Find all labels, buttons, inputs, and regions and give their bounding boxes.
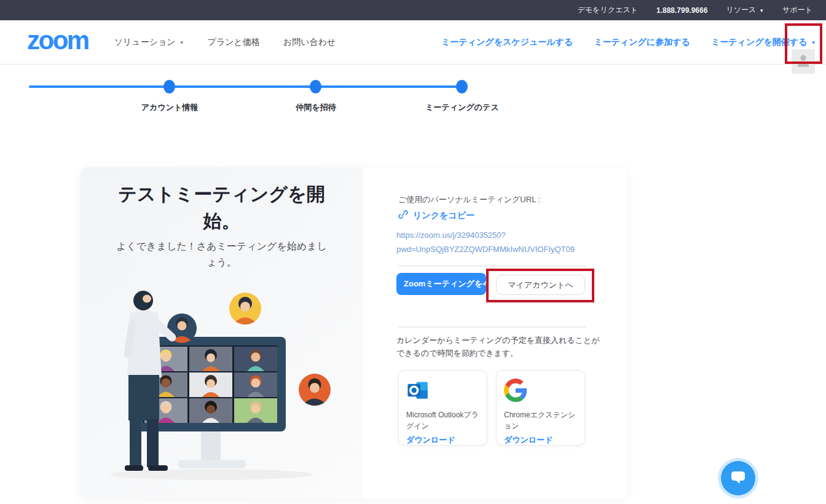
stepper-dot-account-info bbox=[163, 80, 175, 93]
phone-number: 1.888.799.9666 bbox=[656, 6, 707, 15]
request-demo-link[interactable]: デモをリクエスト bbox=[578, 5, 638, 15]
stepper-label-test-meeting: ミーティングのテス bbox=[425, 102, 498, 113]
outlook-plugin-card[interactable]: Microsoft Outlookプラグイン ダウンロード bbox=[398, 370, 487, 446]
nav-item-solutions[interactable]: ソリューション▼ bbox=[114, 37, 184, 48]
personal-meeting-url-label: ご使用のパーソナルミーティングURL : bbox=[398, 194, 540, 205]
avatar-bubble-orange bbox=[299, 374, 331, 406]
avatar-bubble-yellow bbox=[229, 293, 261, 325]
phone-link[interactable]: 1.888.799.9666 bbox=[656, 6, 707, 15]
schedule-meeting-label: ミーティングをスケジュールする bbox=[441, 37, 573, 48]
resources-label: リソース bbox=[726, 5, 756, 15]
meeting-info-panel: ご使用のパーソナルミーティングURL : リンクをコピー https://zoo… bbox=[363, 167, 627, 499]
schedule-meeting-link[interactable]: ミーティングをスケジュールする bbox=[441, 37, 573, 48]
chrome-download-link[interactable]: ダウンロード bbox=[504, 435, 553, 446]
chrome-extension-card[interactable]: Chromeエクステンション ダウンロード bbox=[496, 370, 585, 446]
chat-launcher-button[interactable] bbox=[721, 461, 755, 495]
stepper-dot-invite bbox=[310, 80, 321, 93]
start-zoom-meeting-button[interactable]: Zoomミーティングを今 bbox=[396, 273, 486, 295]
google-chrome-icon bbox=[504, 393, 527, 404]
personal-meeting-url[interactable]: https://zoom.us/j/3294035250?pwd=UnpSQjB… bbox=[396, 229, 599, 257]
utility-bar: デモをリクエスト 1.888.799.9666 リソース▼ サポート bbox=[0, 0, 826, 20]
stepper-dot-test-meeting bbox=[456, 80, 468, 93]
page: デモをリクエスト 1.888.799.9666 リソース▼ サポート zoom … bbox=[0, 0, 826, 504]
meeting-url-line2: pwd=UnpSQjBYZ2ZQWDFMMkIwNUVIOFIyQT09 bbox=[396, 245, 575, 254]
resources-menu[interactable]: リソース▼ bbox=[726, 5, 764, 15]
chat-bubble-icon bbox=[731, 471, 745, 486]
stepper-progress-line bbox=[29, 85, 463, 88]
annotation-box-my-account bbox=[486, 269, 594, 302]
video-meeting-illustration bbox=[92, 278, 350, 484]
divider bbox=[398, 326, 586, 328]
support-label: サポート bbox=[782, 5, 812, 15]
contact-label: お問い合わせ bbox=[283, 37, 336, 48]
copy-link-button[interactable]: リンクをコピー bbox=[398, 210, 474, 221]
stepper-label-account-info: アカウント情報 bbox=[141, 102, 199, 113]
meeting-url-line1: https://zoom.us/j/3294035250? bbox=[396, 230, 506, 240]
hero-panel: テストミーティングを開始。 よくできました！さあミーティングを始めましょう。 bbox=[81, 167, 363, 499]
nav-links: ソリューション▼ プランと価格 お問い合わせ bbox=[114, 37, 336, 48]
page-title: テストミーティングを開始。 bbox=[116, 181, 328, 234]
plans-pricing-label: プランと価格 bbox=[208, 37, 260, 48]
chevron-down-icon: ▼ bbox=[759, 9, 764, 14]
stepper-label-invite: 仲間を招待 bbox=[296, 102, 336, 113]
nav-item-plans-pricing[interactable]: プランと価格 bbox=[208, 37, 260, 48]
link-icon bbox=[398, 210, 408, 221]
outlook-download-link[interactable]: ダウンロード bbox=[406, 435, 455, 446]
page-subtitle: よくできました！さあミーティングを始めましょう。 bbox=[115, 238, 329, 271]
copy-link-label: リンクをコピー bbox=[413, 210, 474, 221]
join-meeting-label: ミーティングに参加する bbox=[594, 37, 690, 48]
test-meeting-card: テストミーティングを開始。 よくできました！さあミーティングを始めましょう。 bbox=[81, 167, 627, 499]
annotation-box-avatar bbox=[785, 23, 822, 64]
zoom-logo[interactable]: zoom bbox=[27, 28, 88, 57]
outlook-icon bbox=[406, 393, 430, 404]
support-link[interactable]: サポート bbox=[782, 5, 812, 15]
join-meeting-link[interactable]: ミーティングに参加する bbox=[594, 37, 690, 48]
chrome-extension-name: Chromeエクステンション bbox=[504, 409, 577, 431]
request-demo-label: デモをリクエスト bbox=[578, 5, 638, 15]
calendar-hint-text: カレンダーからミーティングの予定を直接入れることができるので時間を節約できます。 bbox=[396, 334, 603, 360]
main-nav: zoom ソリューション▼ プランと価格 お問い合わせ ミーティングをスケジュー… bbox=[0, 20, 826, 65]
nav-actions: ミーティングをスケジュールする ミーティングに参加する ミーティングを開催する▼ bbox=[441, 20, 816, 65]
solutions-label: ソリューション bbox=[114, 37, 176, 48]
chevron-down-icon: ▼ bbox=[179, 41, 184, 45]
nav-item-contact[interactable]: お問い合わせ bbox=[283, 37, 336, 48]
divider bbox=[398, 266, 586, 267]
outlook-plugin-name: Microsoft Outlookプラグイン bbox=[406, 409, 479, 431]
